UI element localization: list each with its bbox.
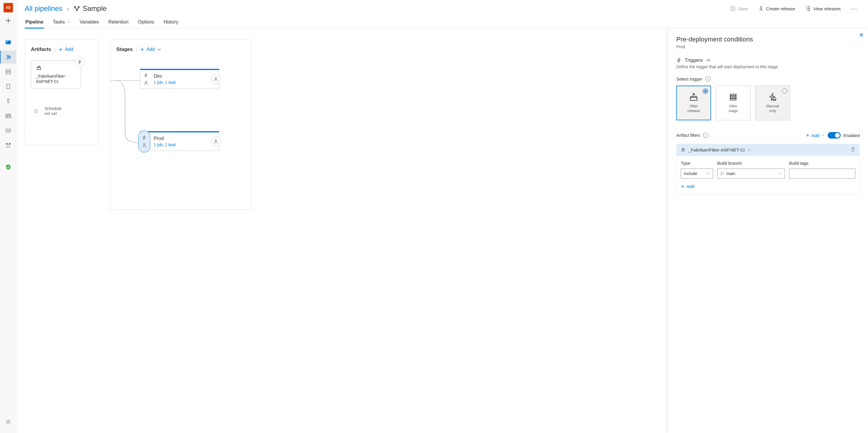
nav-settings[interactable] [0, 415, 17, 428]
pipeline-canvas: Artifacts | Add [17, 29, 668, 433]
stages-column: Stages | Add [110, 39, 251, 210]
filter-source-header[interactable]: _FabrikamFiber-ASP.NET-CI [676, 144, 860, 156]
rocket-icon [5, 98, 11, 104]
chevron-down-icon [706, 172, 710, 175]
artifact-filters-toggle[interactable] [828, 132, 841, 138]
person-icon [142, 143, 147, 148]
stage-prod-predeploy[interactable] [138, 131, 150, 153]
create-release-button[interactable]: Create release [755, 4, 798, 13]
nav-environments[interactable] [0, 65, 17, 78]
chevron-up-icon [706, 58, 711, 63]
svg-rect-18 [730, 96, 736, 98]
env-icon [5, 69, 11, 75]
svg-point-14 [215, 77, 217, 79]
artifact-name: _FabrikamFiber-ASP.NET-CI [36, 73, 76, 84]
release-def-icon [74, 6, 80, 11]
add-artifact-button[interactable]: Add [58, 47, 73, 52]
tab-tasks[interactable]: Tasks [52, 17, 71, 28]
lightning-icon [78, 59, 82, 64]
svg-rect-19 [730, 99, 736, 100]
nav-new[interactable] [0, 14, 17, 27]
stage-prod-jobs-link[interactable]: 1 job, 1 task [154, 142, 204, 147]
lightning-icon [676, 58, 682, 63]
plus-icon [806, 133, 810, 137]
artifact-card[interactable]: _FabrikamFiber-ASP.NET-CI [31, 61, 81, 89]
nav-pipelines[interactable] [0, 51, 17, 64]
svg-rect-6 [6, 143, 7, 145]
view-releases-button[interactable]: View releases [803, 4, 843, 13]
trash-icon [850, 147, 855, 152]
trigger-after-stage[interactable]: After stage [716, 86, 750, 120]
nav-deploymentgroups[interactable] [0, 139, 17, 152]
info-icon[interactable]: i [703, 133, 708, 138]
triggers-section-toggle[interactable]: Triggers [676, 57, 860, 63]
tags-input[interactable] [789, 169, 855, 178]
breadcrumb-root[interactable]: All pipelines [25, 4, 62, 13]
triggers-description: Define the trigger that will start deplo… [676, 64, 860, 69]
svg-rect-11 [76, 9, 78, 11]
lightning-icon [142, 135, 147, 140]
chevron-right-icon: › [67, 5, 69, 12]
artifacts-heading: Artifacts [31, 46, 51, 53]
pipeline-title[interactable]: Sample [74, 4, 106, 13]
tab-history[interactable]: History [163, 17, 179, 28]
col-tags-header: Build tags [789, 161, 855, 166]
lightning-icon [144, 73, 148, 78]
list-icon [806, 6, 811, 11]
manual-icon [768, 93, 777, 101]
taskgroup-icon [5, 128, 11, 134]
svg-rect-0 [6, 41, 11, 44]
person-icon [214, 77, 218, 81]
branch-select[interactable]: main [717, 169, 785, 178]
tab-variables[interactable]: Variables [79, 17, 99, 28]
svg-point-13 [145, 81, 147, 83]
plus-icon [58, 47, 63, 52]
add-stage-button[interactable]: Add [140, 47, 161, 52]
tab-retention[interactable]: Retention [108, 17, 129, 28]
nav-library[interactable] [0, 109, 17, 122]
left-nav: AS [0, 0, 17, 433]
col-type-header: Type [681, 161, 713, 166]
add-filter-row-button[interactable]: Add [681, 184, 694, 189]
select-trigger-label: Select trigger [676, 76, 702, 81]
nav-releases[interactable] [0, 80, 17, 93]
tab-pipeline[interactable]: Pipeline [25, 17, 44, 28]
nav-overview[interactable] [0, 36, 17, 49]
artifact-trigger-button[interactable] [75, 57, 85, 67]
add-filter-button[interactable]: Add [806, 133, 825, 138]
trigger-after-release[interactable]: After release [676, 86, 711, 120]
save-button[interactable]: Save [727, 4, 751, 13]
type-select[interactable]: Include [681, 169, 713, 178]
pipeline-name-text: Sample [83, 4, 106, 13]
chevron-down-icon [821, 134, 825, 137]
nav-rocket[interactable] [0, 95, 17, 108]
stage-dev-jobs-link[interactable]: 1 job, 1 task [154, 80, 204, 85]
stage-prod-postdeploy[interactable] [207, 132, 219, 151]
stage-dev-predeploy[interactable] [140, 70, 152, 88]
stage-card-prod[interactable]: Prod 1 job, 1 task [140, 131, 219, 151]
artifact-filters-label: Artifact filters [676, 133, 700, 138]
svg-rect-17 [730, 94, 736, 96]
trigger-manual-only[interactable]: Manual only [755, 86, 790, 120]
info-icon[interactable]: i [705, 76, 711, 81]
filter-body: Type Include Build branch ma [676, 156, 860, 194]
person-icon [144, 80, 148, 85]
trigger-options: After release After stage Manual only [676, 86, 860, 120]
svg-rect-4 [7, 85, 10, 89]
tab-options[interactable]: Options [137, 17, 155, 28]
schedule-row[interactable]: Schedule not set [31, 106, 92, 117]
close-panel-button[interactable]: ✕ [859, 31, 864, 38]
board-icon [5, 39, 11, 45]
more-menu[interactable]: ··· [848, 5, 860, 12]
org-avatar[interactable]: AS [3, 3, 13, 12]
nav-taskgroups[interactable] [0, 124, 17, 137]
svg-rect-2 [6, 70, 10, 71]
stage-card-dev[interactable]: Dev 1 job, 1 task [140, 69, 219, 89]
schedule-text: Schedule not set [44, 106, 62, 116]
chevron-down-icon [778, 172, 782, 175]
stage-dev-postdeploy[interactable] [207, 70, 219, 88]
delete-filter-button[interactable] [850, 147, 855, 153]
nav-security[interactable] [0, 161, 17, 173]
side-panel: ✕ Pre-deployment conditions Prod Trigger… [668, 29, 868, 433]
svg-point-8 [7, 421, 9, 423]
